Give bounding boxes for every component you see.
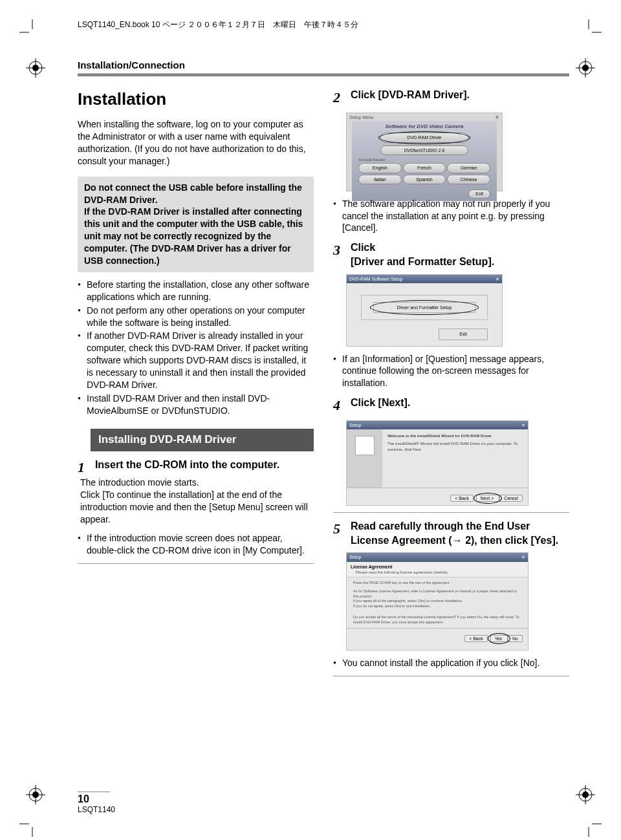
back-button[interactable]: < Back xyxy=(464,635,488,642)
eula-text: Press the PAGE DOWN key to see the rest … xyxy=(353,581,521,585)
step-number: 4 xyxy=(333,396,345,415)
divider xyxy=(333,676,569,676)
step-2: 2 Click [DVD-RAM Driver]. xyxy=(333,88,569,107)
page-number: 10 xyxy=(78,793,115,805)
step-number: 3 xyxy=(333,241,345,260)
step-4-label: Click [Next]. xyxy=(351,396,564,410)
list-item: If the introduction movie screen does no… xyxy=(78,532,314,557)
registration-mark-bl xyxy=(26,785,45,804)
list-item: If an [Information] or [Question] messag… xyxy=(333,353,569,390)
registration-mark-br xyxy=(576,785,595,804)
eula-text: As for Software License Agreement, refer… xyxy=(353,589,521,608)
exit-button[interactable]: Exit xyxy=(439,328,488,339)
lang-button[interactable]: Spanish xyxy=(403,175,446,184)
step-5-notes: You cannot install the application if yo… xyxy=(333,657,569,669)
crop-mark-br xyxy=(576,811,602,837)
pre-install-notes: Before starting the installation, close … xyxy=(78,279,314,417)
step-1: 1 Insert the CD-ROM into the computer. xyxy=(78,458,314,477)
page-footer: 10 LSQT1140 xyxy=(78,792,115,814)
next-button[interactable]: Next > xyxy=(476,495,499,502)
intro-text: When installing the software, log on to … xyxy=(78,118,314,167)
lang-button[interactable]: English xyxy=(358,163,402,173)
right-column: 2 Click [DVD-RAM Driver]. Setup Menu ✕ S… xyxy=(333,88,569,680)
dvdfunstudio-button[interactable]: DVDfunSTUDIO 2.6 xyxy=(380,145,468,155)
close-icon: ✕ xyxy=(521,554,525,560)
section-label: Installation/Connection xyxy=(78,59,569,70)
list-item: If another DVD-RAM Driver is already ins… xyxy=(78,330,314,391)
step-4: 4 Click [Next]. xyxy=(333,396,569,415)
highlight-oval xyxy=(378,131,470,144)
list-item: Before starting the installation, close … xyxy=(78,279,314,303)
step-2-label: Click [DVD-RAM Driver]. xyxy=(351,88,564,102)
back-button[interactable]: < Back xyxy=(450,495,474,502)
step-2-notes: The software application may not run pro… xyxy=(333,198,569,235)
step-1-body: The introduction movie starts. Click [To… xyxy=(80,477,314,526)
step-number: 2 xyxy=(333,88,345,107)
window-title: DVD-RAM Software Setup xyxy=(349,276,402,282)
divider xyxy=(78,563,314,564)
registration-mark-left xyxy=(26,58,45,78)
lang-button[interactable]: German xyxy=(447,163,490,173)
list-item: You cannot install the application if yo… xyxy=(333,657,569,669)
close-icon: ✕ xyxy=(496,276,499,282)
step-1-label: Insert the CD-ROM into the computer. xyxy=(95,458,309,472)
wizard-heading: Welcome to the InstallShield Wizard for … xyxy=(387,433,523,438)
list-item: The software application may not run pro… xyxy=(333,198,569,235)
lang-button[interactable]: French xyxy=(403,163,446,173)
window-title: Setup xyxy=(349,422,361,428)
divider xyxy=(333,512,569,513)
highlight-oval xyxy=(474,493,502,504)
menu-window-label: Setup Menu xyxy=(349,114,374,122)
step-number: 1 xyxy=(78,458,89,477)
software-setup-screenshot: DVD-RAM Software Setup ✕ Driver and Form… xyxy=(346,274,503,347)
step-3-notes: If an [Information] or [Question] messag… xyxy=(333,353,569,390)
window-title-bar: DVD-RAM Software Setup ✕ xyxy=(347,275,502,283)
highlight-oval xyxy=(488,633,510,644)
page-title: Installation xyxy=(78,88,314,111)
cancel-button[interactable]: Cancel xyxy=(499,495,523,502)
crop-mark-tl xyxy=(19,19,45,45)
warning-box: Do not connect the USB cable before inst… xyxy=(78,177,314,272)
eula-screenshot: Setup✕ License Agreement Please read the… xyxy=(346,552,528,651)
framemaker-header: LSQT1140_EN.book 10 ページ ２００６年１２月７日 木曜日 午… xyxy=(78,19,569,30)
step-3-label: Click [Driver and Formatter Setup]. xyxy=(351,241,564,268)
step-5: 5 Read carefully through the End User Li… xyxy=(333,519,569,547)
dvd-ram-driver-button[interactable]: DVD-RAM Driver xyxy=(380,133,468,142)
driver-formatter-button[interactable]: Driver and Formatter Setup xyxy=(373,302,475,313)
list-item: Do not perform any other operations on y… xyxy=(78,305,314,329)
step-number: 5 xyxy=(333,519,345,539)
wizard-text: The InstallShield® Wizard will install D… xyxy=(387,441,523,451)
doc-id: LSQT1140 xyxy=(78,805,115,814)
eula-heading: License Agreement xyxy=(351,564,524,570)
yes-button[interactable]: Yes xyxy=(490,635,508,642)
crop-mark-tr xyxy=(576,19,602,45)
list-item: Install DVD-RAM Driver and then install … xyxy=(78,393,314,417)
step-5-label: Read carefully through the End User Lice… xyxy=(351,519,564,547)
subheading-installing-driver: Installing DVD-RAM Driver xyxy=(91,429,314,451)
close-icon: ✕ xyxy=(495,114,499,122)
lang-button[interactable]: Chinese xyxy=(447,175,490,184)
lang-button[interactable]: Italian xyxy=(358,175,402,184)
highlight-oval xyxy=(370,300,479,315)
crop-mark-bl xyxy=(19,811,45,837)
registration-mark-right xyxy=(576,58,595,78)
step-1-notes: If the introduction movie screen does no… xyxy=(78,532,314,557)
step-3: 3 Click [Driver and Formatter Setup]. xyxy=(333,241,569,268)
wizard-icon xyxy=(355,436,375,455)
setup-menu-screenshot: Setup Menu ✕ Software for DVD Video Came… xyxy=(346,113,503,191)
eula-text: Do you accept all the terms of the prece… xyxy=(353,615,521,625)
section-rule xyxy=(78,73,569,76)
eula-subheading: Please read the following license agreem… xyxy=(356,570,524,575)
acrobat-label: Acrobat Reader xyxy=(358,157,490,162)
menu-title: Software for DVD Video Camera xyxy=(354,124,494,131)
left-column: Installation When installing the softwar… xyxy=(78,88,314,680)
close-icon: ✕ xyxy=(521,422,525,428)
window-title: Setup xyxy=(349,554,361,560)
install-wizard-screenshot: Setup✕ Welcome to the InstallShield Wiza… xyxy=(346,420,528,506)
